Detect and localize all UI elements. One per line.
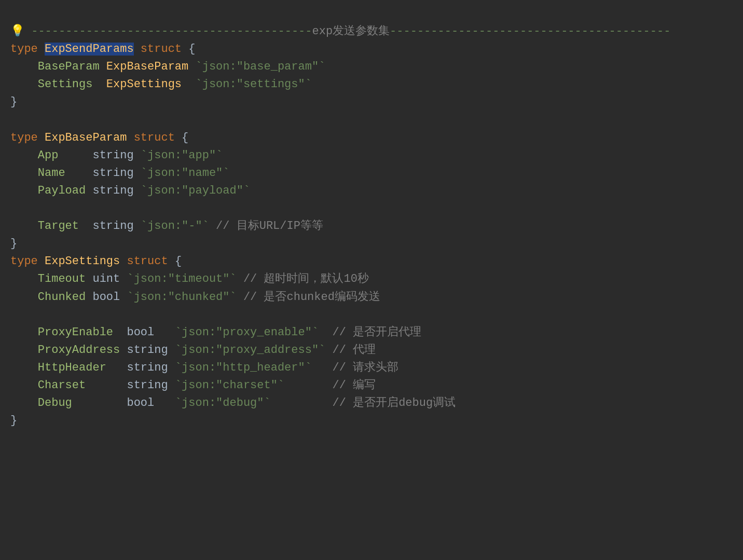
code-editor: 💡 --------------------------------------… [10, 5, 733, 430]
bulb-icon: 💡 [10, 25, 24, 38]
